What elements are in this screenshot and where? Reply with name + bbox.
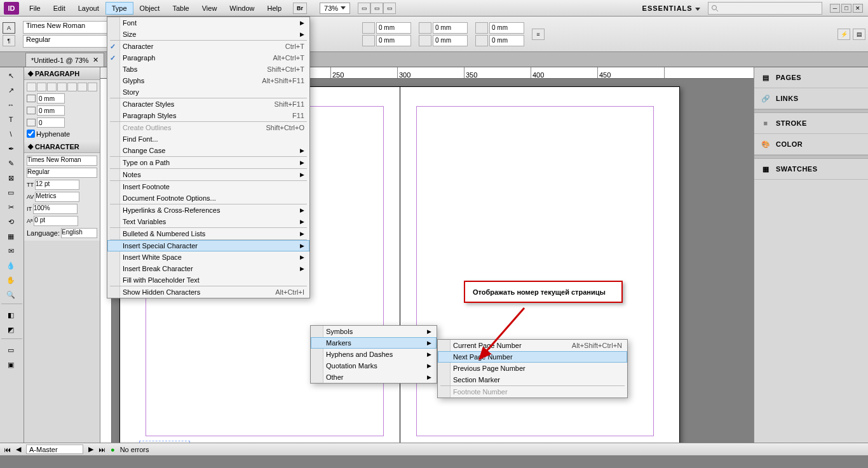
type-menu-item-paragraph[interactable]: ✓ParagraphAlt+Ctrl+T xyxy=(107,52,309,64)
maximize-button[interactable]: □ xyxy=(841,4,851,13)
panel-swatches[interactable]: ▦SWATCHES xyxy=(754,159,868,180)
hyphenate-input[interactable] xyxy=(27,130,35,138)
menu-file[interactable]: File xyxy=(23,2,47,15)
type-menu-item-type-on-a-path[interactable]: Type on a Path▶ xyxy=(107,157,309,168)
type-menu-item-insert-footnote[interactable]: Insert Footnote xyxy=(107,181,309,192)
kerning-select[interactable]: Metrics xyxy=(35,192,79,202)
character-panel-header[interactable]: ◆ CHARACTER xyxy=(24,140,100,153)
pen-tool[interactable]: ✒ xyxy=(1,142,20,156)
menu-table[interactable]: Table xyxy=(166,2,195,15)
indent-input[interactable] xyxy=(489,35,524,46)
page-nav-prev-icon[interactable]: ◀ xyxy=(16,445,21,453)
direct-selection-tool[interactable]: ↗ xyxy=(1,83,20,97)
menu-layout[interactable]: Layout xyxy=(72,2,105,15)
indent-input[interactable] xyxy=(376,22,411,34)
type-menu-item-hyperlinks-cross-references[interactable]: Hyperlinks & Cross-References▶ xyxy=(107,204,309,216)
type-menu-item-bulleted-numbered-lists[interactable]: Bulleted & Numbered Lists▶ xyxy=(107,228,309,239)
note-tool[interactable]: ✉ xyxy=(1,244,20,258)
preflight-status[interactable]: No errors xyxy=(120,446,149,453)
special-char-item-symbols[interactable]: Symbols▶ xyxy=(311,326,437,337)
special-char-item-other[interactable]: Other▶ xyxy=(311,371,437,383)
type-menu-item-insert-special-character[interactable]: Insert Special Character▶ xyxy=(107,240,309,251)
justify-right-button[interactable] xyxy=(78,83,87,91)
text-frame[interactable] xyxy=(139,441,190,443)
menu-window[interactable]: Window xyxy=(223,2,261,15)
panel-links[interactable]: 🔗LINKS xyxy=(754,88,868,109)
type-menu-item-font[interactable]: Font▶ xyxy=(107,17,309,29)
scissors-tool[interactable]: ✂ xyxy=(1,200,20,214)
type-menu-item-insert-white-space[interactable]: Insert White Space▶ xyxy=(107,251,309,263)
free-transform-tool[interactable]: ⟲ xyxy=(1,215,20,229)
rectangle-frame-tool[interactable]: ⊠ xyxy=(1,171,20,185)
vscale-input[interactable]: 100% xyxy=(33,204,78,214)
type-tool[interactable]: T xyxy=(1,112,20,126)
type-menu-item-text-variables[interactable]: Text Variables▶ xyxy=(107,216,309,227)
para-format-icon[interactable]: ¶ xyxy=(3,35,15,46)
type-menu-item-insert-break-character[interactable]: Insert Break Character▶ xyxy=(107,263,309,274)
indent-input[interactable] xyxy=(489,22,524,34)
type-menu-item-glyphs[interactable]: GlyphsAlt+Shift+F11 xyxy=(107,75,309,86)
minimize-button[interactable]: ─ xyxy=(830,4,840,13)
first-line-indent-input[interactable] xyxy=(37,105,65,116)
paragraph-panel-header[interactable]: ◆ PARAGRAPH xyxy=(24,67,100,80)
menu-view[interactable]: View xyxy=(196,2,224,15)
type-menu-item-show-hidden-characters[interactable]: Show Hidden CharactersAlt+Ctrl+I xyxy=(107,286,309,298)
type-menu-item-notes[interactable]: Notes▶ xyxy=(107,169,309,180)
workspace-switcher[interactable]: ESSENTIALS xyxy=(637,4,705,13)
page-nav-next-icon[interactable]: ▶ xyxy=(88,445,93,453)
align-left-button[interactable] xyxy=(27,83,36,91)
type-menu-item-character-styles[interactable]: Character StylesShift+F11 xyxy=(107,98,309,110)
view-mode-tool[interactable]: ▭ xyxy=(1,343,20,357)
char-format-icon[interactable]: A xyxy=(3,22,15,34)
type-menu-item-change-case[interactable]: Change Case▶ xyxy=(107,145,309,156)
screen-mode-icon[interactable]: ▭ xyxy=(370,3,383,14)
gap-tool[interactable]: ↔ xyxy=(1,98,20,112)
indent-input[interactable] xyxy=(376,35,411,46)
quick-apply-icon[interactable]: ⚡ xyxy=(837,29,850,40)
selection-tool[interactable]: ↖ xyxy=(1,69,20,83)
close-icon[interactable]: ✕ xyxy=(93,56,98,64)
type-menu-item-document-footnote-options-[interactable]: Document Footnote Options... xyxy=(107,192,309,204)
type-menu-item-find-font-[interactable]: Find Font... xyxy=(107,133,309,145)
page-nav-last-icon[interactable]: ⏭ xyxy=(98,446,105,453)
left-indent-input[interactable] xyxy=(37,93,65,104)
indent-input[interactable] xyxy=(433,35,468,46)
special-char-item-quotation-marks[interactable]: Quotation Marks▶ xyxy=(311,360,437,371)
menu-edit[interactable]: Edit xyxy=(47,2,72,15)
hand-tool[interactable]: ✋ xyxy=(1,273,20,287)
justify-all-button[interactable] xyxy=(88,83,97,91)
eyedropper-tool[interactable]: 💧 xyxy=(1,258,20,272)
zoom-level[interactable]: 73% xyxy=(320,3,350,14)
page-select[interactable]: A-Master xyxy=(26,445,83,454)
align-right-button[interactable] xyxy=(47,83,57,91)
pencil-tool[interactable]: ✎ xyxy=(1,156,20,170)
preview-mode-tool[interactable]: ▣ xyxy=(1,358,20,371)
type-menu-item-story[interactable]: Story xyxy=(107,86,309,98)
default-fillstroke-tool[interactable]: ◩ xyxy=(1,323,20,337)
fill-stroke-tool[interactable]: ◧ xyxy=(1,308,20,322)
search-input[interactable] xyxy=(708,2,822,15)
gradient-tool[interactable]: ▦ xyxy=(1,229,20,243)
panel-pages[interactable]: ▤PAGES xyxy=(754,67,868,88)
indent-input[interactable] xyxy=(433,22,468,34)
special-char-item-hyphens-and-dashes[interactable]: Hyphens and Dashes▶ xyxy=(311,349,437,360)
type-menu-item-size[interactable]: Size▶ xyxy=(107,29,309,40)
hyphenate-checkbox[interactable]: Hyphenate xyxy=(27,130,97,138)
zoom-tool[interactable]: 🔍 xyxy=(1,288,20,302)
list-icon[interactable]: ≡ xyxy=(532,29,545,40)
panel-stroke[interactable]: ≡STROKE xyxy=(754,113,868,134)
bridge-icon[interactable]: Br xyxy=(293,3,307,14)
char-style-select[interactable]: Regular xyxy=(27,168,97,178)
type-menu-item-tabs[interactable]: TabsShift+Ctrl+T xyxy=(107,64,309,75)
char-font-select[interactable]: Times New Roman xyxy=(27,156,97,166)
view-mode-icon[interactable]: ▭ xyxy=(358,3,370,14)
special-char-item-markers[interactable]: Markers▶ xyxy=(311,337,437,349)
space-before-input[interactable] xyxy=(37,117,65,128)
align-center-button[interactable] xyxy=(37,83,46,91)
baseline-input[interactable]: 0 pt xyxy=(34,216,78,226)
document-tab[interactable]: *Untitled-1 @ 73% ✕ xyxy=(25,53,104,67)
page-nav-first-icon[interactable]: ⏮ xyxy=(4,446,11,453)
panel-color[interactable]: 🎨COLOR xyxy=(754,134,868,155)
menu-type[interactable]: Type xyxy=(105,2,133,15)
menu-help[interactable]: Help xyxy=(261,2,288,15)
